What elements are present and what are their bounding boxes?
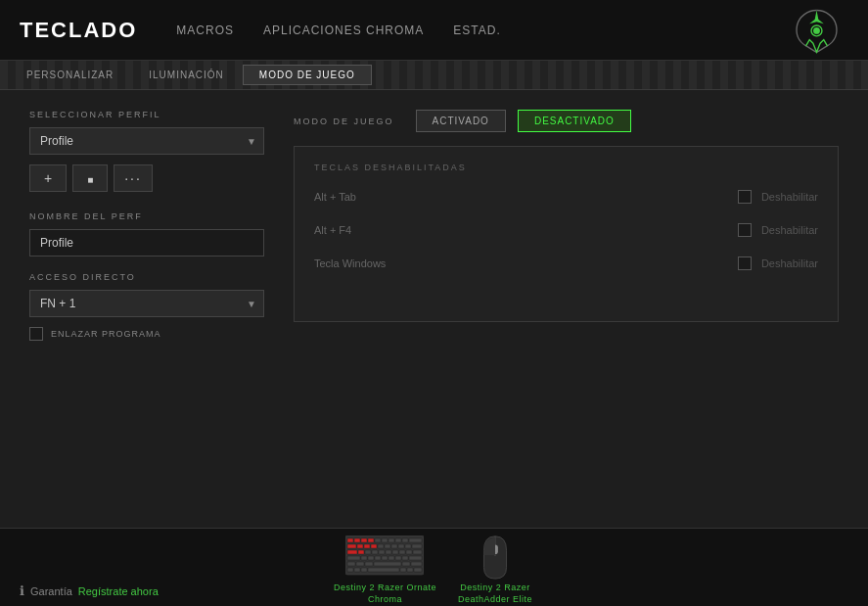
key-windows-checkbox[interactable] — [738, 256, 752, 270]
svg-rect-18 — [385, 544, 390, 548]
svg-rect-11 — [402, 538, 408, 542]
key-windows-disable-label: Deshabilitar — [761, 257, 818, 269]
add-profile-button[interactable]: + — [29, 164, 67, 192]
svg-rect-21 — [405, 544, 411, 548]
device-keyboard[interactable]: Destiny 2 Razer OrnateChroma — [334, 535, 436, 605]
link-program-label: ENLAZAR PROGRAMA — [51, 329, 161, 339]
nav-aplicaciones-chroma[interactable]: APLICACIONES CHROMA — [263, 20, 424, 41]
svg-rect-46 — [402, 562, 410, 566]
svg-rect-9 — [388, 538, 394, 542]
svg-rect-38 — [388, 556, 394, 560]
svg-rect-36 — [375, 556, 381, 560]
svg-rect-48 — [347, 568, 353, 572]
device-keyboard-name: Destiny 2 Razer OrnateChroma — [334, 583, 436, 605]
header: TECLADO MACROS APLICACIONES CHROMA ESTAD… — [0, 0, 868, 61]
svg-rect-50 — [361, 568, 367, 572]
svg-rect-17 — [378, 544, 384, 548]
svg-rect-37 — [382, 556, 388, 560]
svg-rect-25 — [365, 550, 371, 554]
device-mouse-image — [456, 535, 534, 579]
razer-logo-icon — [790, 6, 848, 55]
svg-rect-28 — [386, 550, 391, 554]
device-mouse-name: Destiny 2 RazerDeathAdder Elite — [458, 583, 532, 605]
disabled-keys-title: TECLAS DESHABILITADAS — [314, 163, 818, 172]
svg-rect-54 — [414, 568, 422, 572]
delete-profile-button[interactable]: ■ — [72, 164, 108, 192]
header-nav: MACROS APLICACIONES CHROMA ESTAD. — [176, 20, 790, 41]
svg-rect-26 — [372, 550, 378, 554]
svg-rect-30 — [399, 550, 405, 554]
guarantee-text: Garantía — [30, 585, 72, 597]
svg-rect-39 — [395, 556, 401, 560]
register-link[interactable]: Regístrate ahora — [78, 585, 159, 597]
svg-rect-22 — [412, 544, 422, 548]
app-title: TECLADO — [20, 18, 137, 43]
svg-rect-14 — [357, 544, 363, 548]
desactivado-button[interactable]: DESACTIVADO — [518, 110, 631, 132]
link-program-row: ENLAZAR PROGRAMA — [29, 327, 264, 341]
key-alt-tab-checkbox[interactable] — [738, 190, 752, 204]
svg-rect-44 — [365, 562, 373, 566]
device-mouse[interactable]: Destiny 2 RazerDeathAdder Elite — [456, 535, 534, 605]
profile-dropdown[interactable]: Profile — [29, 127, 264, 155]
key-alt-f4-checkbox[interactable] — [738, 223, 752, 237]
svg-rect-23 — [347, 550, 357, 554]
profile-name-input[interactable] — [29, 229, 264, 256]
main-content: SELECCIONAR PERFIL Profile ▼ + ■ ··· NOM… — [0, 90, 868, 528]
svg-rect-13 — [347, 544, 356, 548]
right-panel: MODO DE JUEGO ACTIVADO DESACTIVADO TECLA… — [294, 110, 839, 508]
svg-rect-52 — [400, 568, 406, 572]
svg-rect-20 — [398, 544, 404, 548]
key-alt-f4-label: Alt + F4 — [314, 224, 351, 236]
svg-rect-15 — [364, 544, 370, 548]
svg-rect-27 — [379, 550, 385, 554]
nav-macros[interactable]: MACROS — [176, 20, 234, 41]
svg-rect-6 — [368, 538, 374, 542]
key-windows-label: Tecla Windows — [314, 257, 386, 269]
svg-rect-29 — [392, 550, 398, 554]
svg-rect-24 — [358, 550, 364, 554]
shortcut-dropdown[interactable]: FN + 1 FN + 2 FN + 3 — [29, 290, 264, 317]
delete-icon: ■ — [87, 174, 93, 185]
svg-rect-41 — [409, 556, 422, 560]
key-alt-tab-label: Alt + Tab — [314, 191, 356, 203]
svg-rect-35 — [368, 556, 374, 560]
svg-rect-42 — [347, 562, 355, 566]
subnav-modo-de-juego[interactable]: MODO DE JUEGO — [243, 65, 372, 85]
device-keyboard-image — [345, 535, 424, 579]
activado-button[interactable]: ACTIVADO — [416, 110, 506, 132]
svg-rect-12 — [409, 538, 422, 542]
disabled-keys-box: TECLAS DESHABILITADAS Alt + Tab Deshabil… — [294, 146, 839, 322]
guarantee-icon: ℹ — [20, 583, 24, 598]
svg-rect-34 — [361, 556, 367, 560]
more-options-button[interactable]: ··· — [114, 164, 153, 192]
profile-name-label: NOMBRE DEL PERF — [29, 211, 264, 221]
svg-rect-7 — [375, 538, 381, 542]
key-alt-f4-disable-label: Deshabilitar — [761, 224, 818, 236]
svg-rect-8 — [382, 538, 388, 542]
svg-rect-4 — [354, 538, 360, 542]
shortcut-label: ACCESO DIRECTO — [29, 272, 264, 282]
svg-rect-43 — [356, 562, 364, 566]
svg-rect-16 — [371, 544, 377, 548]
nav-estadisticas[interactable]: ESTAD. — [453, 20, 500, 41]
bottom-bar: ℹ Garantía Regístrate ahora — [0, 528, 868, 606]
subnav-personalizar[interactable]: PERSONALIZAR — [10, 65, 130, 85]
svg-rect-10 — [395, 538, 401, 542]
subnav: PERSONALIZAR ILUMINACIÓN MODO DE JUEGO — [0, 61, 868, 90]
key-row-windows: Tecla Windows Deshabilitar — [314, 256, 818, 270]
svg-rect-33 — [347, 556, 360, 560]
svg-rect-5 — [361, 538, 367, 542]
svg-rect-47 — [411, 562, 422, 566]
svg-point-1 — [814, 27, 819, 32]
profile-dropdown-wrapper: Profile ▼ — [29, 127, 264, 155]
link-program-checkbox[interactable] — [29, 327, 43, 341]
game-mode-header: MODO DE JUEGO ACTIVADO DESACTIVADO — [294, 110, 839, 132]
left-panel: SELECCIONAR PERFIL Profile ▼ + ■ ··· NOM… — [29, 110, 264, 508]
select-profile-label: SELECCIONAR PERFIL — [29, 110, 264, 119]
svg-rect-45 — [374, 562, 401, 566]
svg-rect-31 — [406, 550, 412, 554]
subnav-iluminacion[interactable]: ILUMINACIÓN — [132, 65, 241, 85]
key-windows-right: Deshabilitar — [738, 256, 818, 270]
key-row-alt-f4: Alt + F4 Deshabilitar — [314, 223, 818, 237]
